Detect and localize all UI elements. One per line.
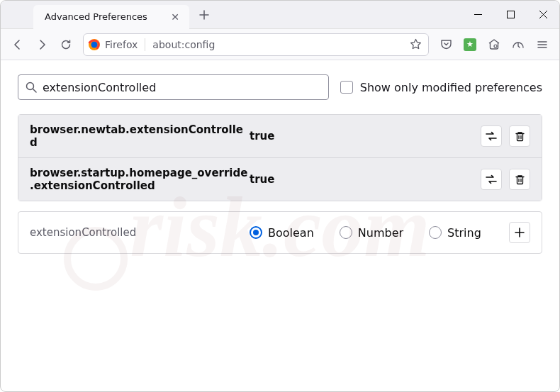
extension-icon[interactable]: ★ <box>459 33 481 56</box>
browser-tab[interactable]: Advanced Preferences ✕ <box>33 5 189 29</box>
checkbox-icon <box>340 81 353 94</box>
toggle-button[interactable] <box>481 169 502 190</box>
delete-button[interactable] <box>509 125 530 147</box>
radio-number[interactable]: Number <box>340 226 403 240</box>
svg-point-2 <box>91 41 98 47</box>
radio-label: Boolean <box>268 226 314 240</box>
new-preference-name: extensionControlled <box>30 226 250 239</box>
preference-list: browser.newtab.extensionControlled true … <box>18 114 542 201</box>
urlbar-prefix: Firefox <box>105 39 138 50</box>
show-modified-checkbox[interactable]: Show only modified preferences <box>340 81 542 94</box>
preference-row[interactable]: browser.newtab.extensionControlled true <box>18 115 542 158</box>
preference-value: true <box>250 130 481 142</box>
radio-icon <box>340 226 352 239</box>
firefox-icon <box>88 38 101 51</box>
pocket-icon[interactable] <box>435 33 457 56</box>
preference-value: true <box>250 173 481 186</box>
url-bar[interactable]: Firefox about:config <box>83 33 429 56</box>
tab-title: Advanced Preferences <box>45 11 162 22</box>
menu-button[interactable] <box>531 33 554 56</box>
reload-button[interactable] <box>55 33 77 56</box>
search-input[interactable] <box>43 81 321 94</box>
svg-rect-0 <box>507 11 514 18</box>
urlbar-address: about:config <box>152 39 215 50</box>
search-box[interactable] <box>18 74 329 100</box>
svg-point-3 <box>494 45 497 47</box>
toggle-button[interactable] <box>481 125 502 147</box>
close-tab-icon[interactable]: ✕ <box>168 10 182 24</box>
preference-name: browser.startup.homepage_override.extens… <box>30 167 250 192</box>
preference-name: browser.newtab.extensionControlled <box>30 123 250 149</box>
close-window-button[interactable] <box>527 1 559 29</box>
preference-row[interactable]: browser.startup.homepage_override.extens… <box>18 158 542 201</box>
maximize-button[interactable] <box>494 1 527 29</box>
new-preference-row: extensionControlled Boolean Number Strin… <box>18 211 542 254</box>
radio-label: Number <box>358 226 403 240</box>
new-tab-button[interactable] <box>194 4 215 26</box>
delete-button[interactable] <box>509 169 530 190</box>
radio-label: String <box>447 226 481 240</box>
account-icon[interactable] <box>483 33 505 56</box>
bookmark-icon[interactable] <box>407 36 424 53</box>
forward-button[interactable] <box>30 33 53 56</box>
radio-icon <box>250 226 262 239</box>
radio-string[interactable]: String <box>429 226 481 240</box>
search-icon <box>26 82 37 93</box>
minimize-button[interactable] <box>461 1 494 29</box>
type-radio-group: Boolean Number String <box>250 226 509 240</box>
checkbox-label-text: Show only modified preferences <box>360 81 542 94</box>
radio-icon <box>429 226 442 239</box>
back-button[interactable] <box>6 33 29 56</box>
radio-boolean[interactable]: Boolean <box>250 226 314 240</box>
add-button[interactable] <box>509 222 530 243</box>
performance-icon[interactable] <box>507 33 530 56</box>
